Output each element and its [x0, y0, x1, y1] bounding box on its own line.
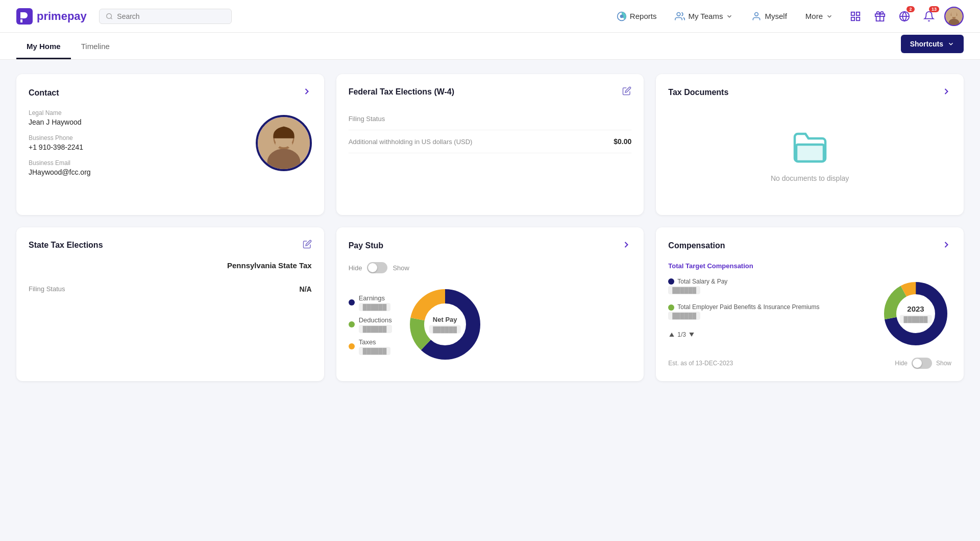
shortcuts-button[interactable]: Shortcuts [901, 35, 964, 53]
triangle-up-icon[interactable] [668, 331, 675, 338]
grid-icon [850, 11, 861, 22]
legend-taxes: Taxes ██████ [349, 338, 392, 355]
benefits-legend-value: ██████ [668, 312, 700, 320]
state-filing-label: Filing Status [29, 285, 65, 293]
est-date: Est. as of 13-DEC-2023 [668, 360, 733, 367]
svg-point-2 [107, 13, 112, 18]
nav-item-more[interactable]: More [798, 8, 840, 25]
comp-header: Compensation [668, 240, 951, 252]
tax-docs-title: Tax Documents [668, 88, 728, 97]
tax-docs-header: Tax Documents [668, 86, 951, 99]
svg-point-25 [287, 141, 292, 148]
toggle-show-label: Show [393, 264, 409, 272]
net-pay-text: Net Pay [429, 316, 461, 323]
email-label: Business Email [29, 159, 91, 167]
svg-rect-8 [856, 12, 860, 15]
pay-stub-action[interactable] [621, 240, 631, 252]
filing-status-label: Filing Status [349, 115, 385, 123]
edit-icon-state [303, 240, 312, 249]
nav-my-teams-label: My Teams [688, 12, 723, 20]
federal-tax-card: Federal Tax Elections (W-4) Filing Statu… [336, 74, 644, 215]
contact-card: Contact Legal Name Jean J Haywood Busine… [16, 74, 324, 215]
paystub-toggle-switch[interactable] [367, 262, 387, 273]
svg-rect-1 [20, 19, 22, 22]
contact-email: Business Email JHaywood@fcc.org [29, 159, 91, 176]
tax-documents-card: Tax Documents No documents to display [656, 74, 964, 215]
gift-button[interactable] [871, 7, 889, 26]
chevron-right-icon-comp [941, 240, 951, 250]
tab-timeline[interactable]: Timeline [71, 33, 120, 59]
tabs: My Home Timeline [16, 33, 120, 59]
federal-tax-title: Federal Tax Elections (W-4) [349, 87, 454, 97]
comp-footer: Est. as of 13-DEC-2023 Hide Show [668, 358, 951, 369]
filing-status-row: Filing Status [349, 108, 632, 130]
pay-stub-header: Pay Stub [349, 240, 632, 252]
shortcuts-label: Shortcuts [910, 40, 943, 48]
state-tax-edit[interactable] [303, 240, 312, 251]
search-input[interactable] [117, 12, 225, 20]
contact-legal-name: Legal Name Jean J Haywood [29, 109, 91, 126]
contact-card-action[interactable] [302, 86, 312, 99]
nav-item-reports[interactable]: Reports [609, 7, 664, 26]
bell-badge: 13 [929, 6, 939, 12]
comp-title: Compensation [668, 241, 725, 250]
chevron-right-icon-docs [941, 86, 951, 97]
sub-header: My Home Timeline Shortcuts [0, 33, 980, 60]
chevron-right-icon [302, 86, 312, 97]
benefits-legend-label: Total Employer Paid Benefits & Insurance… [677, 303, 819, 311]
nav-myself-label: Myself [765, 12, 787, 20]
chevron-down-icon-more [826, 13, 833, 20]
no-docs-text: No documents to display [771, 174, 849, 182]
nav-item-my-teams[interactable]: My Teams [668, 7, 740, 26]
legend-deductions: Deductions ██████ [349, 316, 392, 333]
compensation-card: Compensation Total Target Compensation T… [656, 227, 964, 381]
logo[interactable]: primepay [16, 8, 87, 25]
comp-action[interactable] [941, 240, 951, 252]
federal-tax-edit[interactable] [622, 86, 631, 98]
comp-toggle-show: Show [936, 360, 951, 367]
svg-rect-10 [856, 17, 860, 20]
comp-content: Total Salary & Pay ██████ Total Employer… [668, 278, 951, 349]
chevron-down-icon-teams [726, 13, 733, 20]
comp-toggle-switch[interactable] [912, 358, 932, 369]
contact-info-rows: Legal Name Jean J Haywood Business Phone… [29, 109, 91, 176]
svg-point-4 [620, 15, 623, 17]
globe-button[interactable]: 2 [895, 7, 914, 26]
gift-icon [874, 11, 886, 22]
comp-year: 2023 ██████ [900, 304, 932, 323]
comp-toggle-knob [913, 359, 922, 368]
phone-label: Business Phone [29, 134, 91, 142]
tax-docs-action[interactable] [941, 86, 951, 99]
deductions-value: ██████ [359, 325, 392, 333]
comp-footer-toggle: Hide Show [895, 358, 951, 369]
tab-my-home[interactable]: My Home [16, 33, 71, 59]
state-tax-card: State Tax Elections Pennsylvania State T… [16, 227, 324, 381]
deductions-label: Deductions [359, 316, 392, 324]
nav-more-label: More [805, 12, 823, 20]
net-pay-value: ██████ [429, 325, 461, 334]
legal-name-label: Legal Name [29, 109, 91, 116]
logo-text: primepay [37, 10, 87, 23]
comp-year-value: ██████ [900, 315, 932, 323]
taxes-label: Taxes [359, 338, 391, 346]
bell-button[interactable]: 13 [920, 7, 938, 26]
globe-badge: 2 [906, 6, 915, 12]
nav-reports-label: Reports [630, 12, 657, 20]
phone-value: +1 910-398-2241 [29, 143, 91, 151]
nav-item-myself[interactable]: Myself [744, 7, 794, 26]
salary-legend-label: Total Salary & Pay [677, 278, 727, 285]
contact-avatar [256, 115, 312, 171]
state-filing-value: N/A [300, 285, 312, 293]
edit-icon [622, 86, 631, 96]
paystub-content: Earnings ██████ Deductions ██████ [349, 284, 632, 365]
pay-stub-title: Pay Stub [349, 241, 383, 250]
svg-point-19 [951, 15, 953, 18]
comp-toggle-hide: Hide [895, 360, 908, 367]
triangle-down-icon[interactable] [688, 331, 695, 338]
cards-grid: Contact Legal Name Jean J Haywood Busine… [16, 74, 964, 381]
search-bar[interactable] [99, 9, 232, 24]
avatar[interactable] [944, 7, 964, 26]
email-value: JHaywood@fcc.org [29, 168, 91, 176]
grid-button[interactable] [846, 7, 865, 26]
comp-benefits-item: Total Employer Paid Benefits & Insurance… [668, 303, 872, 320]
